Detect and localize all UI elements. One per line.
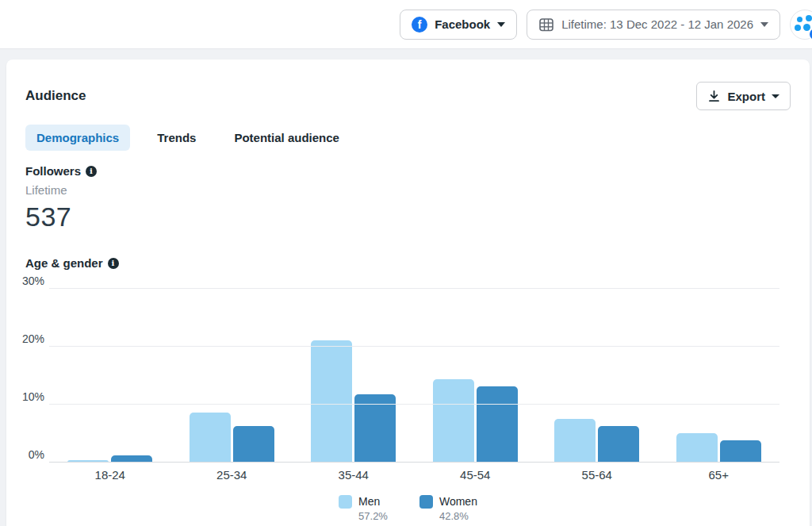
bar-group-45-54 (415, 289, 537, 463)
x-axis-label: 55-64 (536, 468, 658, 482)
gridline (49, 288, 779, 289)
legend-swatch-men (339, 495, 352, 509)
chart-plot (49, 289, 797, 463)
legend-share: 42.8% (439, 510, 477, 522)
bar-men-55-64[interactable] (554, 419, 596, 463)
gridline (49, 462, 779, 463)
legend-name: Women (439, 494, 477, 509)
info-icon[interactable]: i (108, 258, 119, 269)
chevron-down-icon (760, 22, 768, 27)
bar-men-65+[interactable] (676, 433, 718, 463)
bar-women-25-34[interactable] (233, 426, 274, 463)
x-axis-label: 35-44 (293, 468, 415, 482)
bar-group-18-24 (49, 289, 171, 463)
legend-share: 57.2% (358, 510, 388, 522)
facebook-logo-icon: f (412, 17, 427, 33)
legend-swatch-women (419, 495, 433, 509)
legend-text: Men57.2% (358, 494, 388, 522)
bar-group-65+ (658, 289, 780, 463)
x-axis-label: 45-54 (415, 468, 537, 482)
bar-women-55-64[interactable] (598, 426, 639, 463)
audience-card: Audience Export Demographics Trends Pote… (6, 60, 810, 526)
channel-selector-label: Facebook (435, 17, 490, 31)
chart-x-axis: 18-2425-3435-4445-5455-6465+ (49, 468, 797, 482)
calendar-icon (538, 17, 554, 33)
audience-tabs: Demographics Trends Potential audience (25, 125, 797, 151)
avatar-dot (795, 25, 801, 31)
info-icon[interactable]: i (86, 166, 97, 177)
age-gender-label: Age & gender (25, 256, 103, 270)
bar-group-55-64 (536, 289, 658, 463)
date-range-label: Lifetime: 13 Dec 2022 - 12 Jan 2026 (561, 17, 753, 31)
bar-group-35-44 (293, 289, 415, 463)
tab-trends[interactable]: Trends (146, 125, 207, 151)
tab-potential-audience[interactable]: Potential audience (223, 125, 350, 151)
age-gender-section: Age & gender i (25, 256, 797, 270)
bar-women-65+[interactable] (720, 440, 761, 463)
export-button-label: Export (727, 90, 765, 103)
y-tick-label: 10% (22, 390, 44, 404)
age-gender-chart: 0%10%20%30% 18-2425-3435-4445-5455-6465+… (19, 281, 797, 522)
followers-period: Lifetime (25, 183, 797, 197)
avatar-dot (797, 17, 802, 22)
chevron-down-icon (772, 94, 779, 98)
page-title: Audience (25, 88, 86, 104)
chart-bar-groups (49, 289, 779, 463)
y-tick-label: 0% (29, 447, 44, 462)
date-range-button[interactable]: Lifetime: 13 Dec 2022 - 12 Jan 2026 (527, 10, 780, 40)
business-avatar[interactable]: f (790, 10, 812, 40)
followers-count: 537 (25, 202, 797, 232)
topbar: f Facebook Lifetime: 13 Dec 2022 - 12 Ja… (0, 0, 812, 49)
y-tick-label: 20% (22, 332, 44, 346)
legend-item-men[interactable]: Men57.2% (339, 494, 388, 522)
legend-name: Men (358, 494, 388, 509)
chevron-down-icon (497, 22, 505, 27)
legend-text: Women42.8% (439, 494, 477, 522)
bar-men-35-44[interactable] (311, 340, 352, 463)
followers-section: Followers i Lifetime 537 (25, 164, 797, 232)
bar-men-45-54[interactable] (433, 379, 474, 463)
chart-legend: Men57.2%Women42.8% (19, 494, 797, 522)
chart-y-axis: 0%10%20%30% (19, 289, 49, 463)
gridline (49, 346, 779, 347)
bar-men-25-34[interactable] (190, 413, 231, 463)
bar-group-25-34 (171, 289, 293, 463)
x-axis-label: 65+ (658, 468, 780, 482)
legend-item-women[interactable]: Women42.8% (419, 494, 477, 522)
download-icon (707, 90, 721, 103)
x-axis-label: 25-34 (171, 468, 293, 482)
channel-selector-button[interactable]: f Facebook (400, 10, 517, 40)
gridline (49, 404, 779, 405)
export-button[interactable]: Export (696, 82, 791, 110)
bar-women-45-54[interactable] (477, 386, 518, 463)
y-tick-label: 30% (22, 274, 44, 288)
x-axis-label: 18-24 (49, 468, 171, 482)
followers-label: Followers (25, 164, 81, 178)
tab-demographics[interactable]: Demographics (25, 125, 130, 151)
avatar-dot (806, 15, 812, 21)
